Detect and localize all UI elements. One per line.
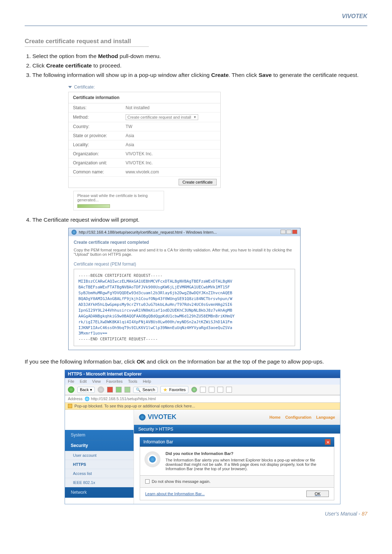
pem-instructions: Copy the PEM format request below and se… <box>74 248 295 257</box>
menu-edit[interactable]: Edit <box>80 379 87 383</box>
method-select[interactable]: Create certificate request and install▼ <box>126 114 198 120</box>
logo-eye-icon <box>139 414 146 420</box>
org-label: Organization: <box>73 151 126 156</box>
nav-language[interactable]: Language <box>316 415 335 419</box>
close-dialog-icon[interactable]: ✕ <box>325 439 331 445</box>
sidebar-sub-ieee[interactable]: IEEE 802.1x <box>65 478 134 487</box>
ie-toolbar: Back ▾ 🔍 Search ★Favorites <box>65 385 340 395</box>
certificate-heading: Certificate: <box>74 85 95 90</box>
progress-bar <box>77 204 110 208</box>
stop-icon[interactable] <box>107 387 113 393</box>
dialog-message: The Information Bar alerts you when Inte… <box>166 458 330 471</box>
close-icon[interactable] <box>292 230 297 234</box>
sidebar-sub-https[interactable]: HTTPS <box>65 460 134 469</box>
page-number: 87 <box>362 511 367 517</box>
create-certificate-button[interactable]: Create certificate <box>179 179 217 185</box>
warning-icon <box>68 404 72 408</box>
home-icon[interactable] <box>124 387 130 393</box>
back-button[interactable]: Back ▾ <box>77 387 95 393</box>
popup-blocked-bar[interactable]: Pop-up blocked. To see this pop-up or ad… <box>65 403 340 410</box>
country-value[interactable]: TW <box>126 124 216 129</box>
forward-icon[interactable] <box>98 386 104 393</box>
learn-link[interactable]: Learn about the Information Bar... <box>145 492 205 496</box>
ok-button[interactable]: OK <box>306 491 329 497</box>
org-value[interactable]: VIVOTEK Inc. <box>126 151 216 156</box>
page-footer: User's Manual - 87 <box>25 511 367 517</box>
edit-icon[interactable] <box>217 387 223 393</box>
menu-help[interactable]: Help <box>143 379 151 383</box>
top-nav: Home Configuration Language <box>266 415 335 419</box>
sidebar-sub-user-account[interactable]: User account <box>65 451 134 460</box>
state-label: State or province: <box>73 133 126 138</box>
sidebar-sub-access-list[interactable]: Access list <box>65 469 134 478</box>
breadcrumb: Security > HTTPS <box>134 425 340 434</box>
info-bar-title: Information Bar ✕ <box>140 437 334 447</box>
status-value: Not installed <box>126 105 216 110</box>
back-icon[interactable] <box>68 386 74 393</box>
menu-view[interactable]: View <box>92 379 101 383</box>
address-value[interactable]: http://192.168.5.151/setup/https.html <box>91 397 156 401</box>
title-underline <box>25 46 149 47</box>
certificate-collapse-header[interactable]: Certificate: <box>68 85 221 90</box>
locality-value[interactable]: Asia <box>126 142 216 147</box>
maximize-icon[interactable] <box>286 230 291 234</box>
menu-file[interactable]: File <box>68 379 74 383</box>
minimize-icon[interactable] <box>281 230 286 234</box>
nav-home[interactable]: Home <box>269 415 281 419</box>
window-title: http://192.168.4.188/setup/security/cert… <box>72 230 217 235</box>
nav-configuration[interactable]: Configuration <box>285 415 311 419</box>
discuss-icon[interactable] <box>226 387 232 393</box>
step-3: 3. The following information will show u… <box>26 71 367 79</box>
refresh-icon[interactable] <box>116 387 122 393</box>
vivotek-logo: VIVOTEK <box>139 413 176 421</box>
history-icon[interactable] <box>191 387 197 393</box>
ie-page-icon: 🌐 <box>85 397 90 401</box>
state-value[interactable]: Asia <box>126 133 216 138</box>
status-label: Status: <box>73 105 126 110</box>
certificate-form-figure: Certificate: Certificate information Sta… <box>68 85 221 210</box>
chevron-down-icon <box>68 86 72 88</box>
window-buttons[interactable] <box>280 230 297 235</box>
star-icon: ★ <box>163 387 168 393</box>
ie-window-figure: HTTPS - Microsoft Internet Explorer File… <box>65 370 340 504</box>
country-label: Country: <box>73 124 126 129</box>
address-bar[interactable]: Address 🌐 http://192.168.5.151/setup/htt… <box>65 395 340 403</box>
header-rule <box>25 25 367 26</box>
search-button[interactable]: 🔍 Search <box>133 387 158 393</box>
ou-value[interactable]: VIVOTEK Inc. <box>126 160 216 165</box>
info-bar-paragraph: If you see the following Information bar… <box>25 357 367 366</box>
info-dialog-icon <box>144 451 160 467</box>
ie-icon <box>72 230 77 235</box>
ie-menubar[interactable]: File Edit View Favorites Tools Help <box>65 378 340 385</box>
sidebar-item-system[interactable]: System <box>65 430 134 440</box>
method-label: Method: <box>73 115 126 120</box>
ou-label: Organization unit: <box>73 160 126 165</box>
menu-tools[interactable]: Tools <box>128 379 138 383</box>
certificate-request-window: http://192.168.4.188/setup/security/cert… <box>68 228 301 350</box>
dialog-question: Did you notice the Information Bar? <box>166 451 330 456</box>
pem-textarea[interactable]: -----BEGIN CERTIFICATE REQUEST----- MIIB… <box>74 269 295 346</box>
info-dialog: Did you notice the Information Bar? The … <box>140 447 334 476</box>
cn-label: Common name: <box>73 169 126 175</box>
step-1: 1. Select the option from the Method pul… <box>26 52 367 61</box>
ie-titlebar: HTTPS - Microsoft Internet Explorer <box>65 370 340 378</box>
brand-header: VIVOTEK <box>342 13 367 20</box>
cn-value[interactable]: www.vivotek.com <box>126 169 216 175</box>
pem-format-heading: Certificate request (PEM format) <box>74 262 295 267</box>
mail-icon[interactable] <box>200 387 206 393</box>
checkbox-icon[interactable] <box>145 479 150 484</box>
sidebar-item-security[interactable]: Security <box>65 440 134 451</box>
dropdown-arrow-icon: ▼ <box>193 115 196 119</box>
pem-complete-title: Create certificate request completed <box>74 240 295 245</box>
step-2: 2. Click Create certificate to proceed. <box>26 61 367 70</box>
sidebar-item-network[interactable]: Network <box>65 487 134 498</box>
generating-wait-note: Please wait while the certificate is bei… <box>73 191 164 210</box>
dont-show-checkbox[interactable]: Do not show this message again. <box>145 479 211 484</box>
section-title: Create certificate request and install <box>25 38 367 45</box>
favorites-button[interactable]: ★Favorites <box>160 386 188 393</box>
menu-favorites[interactable]: Favorites <box>106 379 123 383</box>
print-icon[interactable] <box>209 387 215 393</box>
steps-list: 1. Select the option from the Method pul… <box>26 52 367 79</box>
locality-label: Locality: <box>73 142 126 147</box>
step-4: 4. The Certificate request window will p… <box>26 216 367 224</box>
